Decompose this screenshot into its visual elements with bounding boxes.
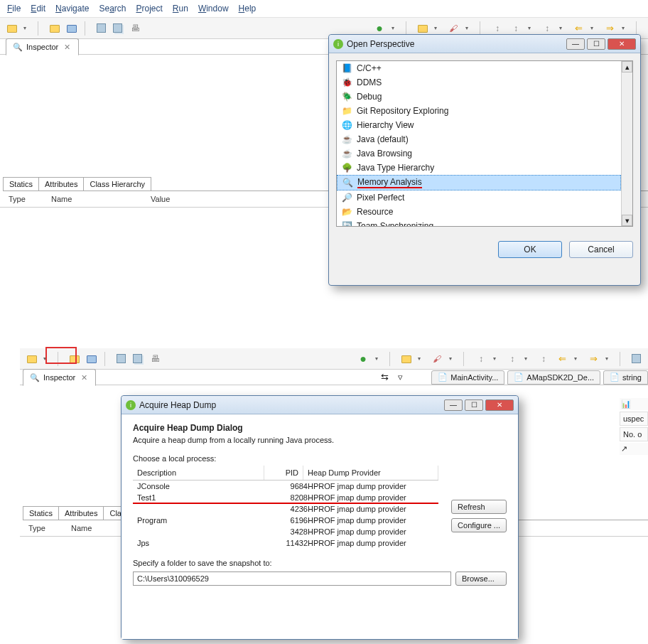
cell-description	[137, 527, 269, 536]
new-package-button[interactable]	[416, 21, 442, 36]
back-button[interactable]	[571, 21, 598, 36]
snapshot-path-input[interactable]: C:\Users\310096529	[133, 571, 451, 586]
nav-up-button[interactable]	[490, 21, 504, 36]
tab-statics-2[interactable]: Statics	[23, 506, 59, 520]
col-type[interactable]: Type	[3, 193, 45, 205]
process-row[interactable]: Jps11432HPROF jmap dump provider	[133, 537, 438, 549]
menu-run[interactable]: Run	[173, 4, 188, 14]
sync-icon[interactable]: ⇆	[379, 372, 390, 383]
right-item-uspec[interactable]: uspec	[620, 412, 648, 426]
perspective-item[interactable]: 🪲Debug	[337, 90, 632, 104]
process-row[interactable]: Test18208HPROF jmap dump provider	[133, 492, 438, 503]
print-button[interactable]	[128, 21, 142, 36]
process-row[interactable]: 3428HPROF jmap dump provider	[133, 526, 438, 537]
editor-tab-mainactivity[interactable]: 📄MainActivity...	[431, 370, 504, 385]
perspective-item[interactable]: 🔍Memory Analysis	[337, 175, 621, 190]
scrollbar[interactable]: ▴ ▾	[621, 61, 632, 226]
fwd-button-2[interactable]	[586, 352, 613, 366]
col-pid[interactable]: PID	[264, 466, 303, 480]
perspective-item[interactable]: 🔄Team Synchronizing	[337, 219, 632, 227]
perspective-item[interactable]: ☕Java (default)	[337, 132, 632, 146]
acquire-heap-dump-button-2[interactable]	[85, 353, 98, 365]
maximize-button[interactable]: ☐	[587, 38, 605, 50]
perspective-item[interactable]: 🌳Java Type Hierarchy	[337, 161, 632, 175]
acquire-heap-dump-button[interactable]	[65, 22, 78, 34]
paint-button[interactable]	[446, 21, 473, 36]
perspective-list[interactable]: ▴ ▾ 📘C/C++🐞DDMS🪲Debug📁Git Repository Exp…	[336, 60, 633, 227]
menu-window[interactable]: Window	[198, 4, 229, 14]
nav-a-button-2[interactable]	[474, 352, 501, 366]
right-item-noo[interactable]: No. o	[620, 427, 648, 441]
process-row[interactable]: 4236HPROF jmap dump provider	[133, 503, 438, 515]
saveall-button-2[interactable]	[131, 353, 144, 365]
editor-tab-string[interactable]: 📄string	[603, 370, 648, 385]
browse-button[interactable]: Browse...	[455, 571, 507, 586]
col-description[interactable]: Description	[133, 466, 264, 480]
menu-icon[interactable]: ▿	[394, 372, 406, 383]
menu-file[interactable]: FFileile	[7, 4, 21, 14]
process-row[interactable]: JConsole9684HPROF jmap dump provider	[133, 481, 438, 492]
configure-button[interactable]: Configure ...	[451, 518, 507, 532]
nav-b-button-2[interactable]	[505, 352, 532, 366]
editor-tab-amapsdk[interactable]: 📄AMapSDK2D_De...	[507, 370, 600, 385]
maximize-button[interactable]: ☐	[465, 399, 483, 411]
nav-down-button[interactable]	[509, 21, 536, 36]
perspective-item[interactable]: ☕Java Browsing	[337, 146, 632, 161]
eclipse-icon: i	[333, 39, 343, 49]
inspector-tab[interactable]: Inspector	[6, 38, 79, 55]
back-button-2[interactable]	[555, 352, 582, 366]
scroll-up-icon[interactable]: ▴	[622, 61, 632, 73]
refresh-button[interactable]: Refresh	[451, 500, 507, 514]
tab-attributes-2[interactable]: Attributes	[58, 506, 104, 520]
perspective-item-label: Team Synchronizing	[357, 221, 433, 227]
minimize-button[interactable]: —	[566, 38, 585, 50]
menu-edit[interactable]: Edit	[31, 4, 45, 14]
perspective-item[interactable]: 🐞DDMS	[337, 75, 632, 90]
save-button-2[interactable]	[115, 353, 127, 365]
close-tab-icon[interactable]	[61, 41, 72, 53]
persp-button-2[interactable]	[630, 353, 642, 365]
perspective-item[interactable]: 🌐Hierarchy View	[337, 118, 632, 132]
col-name[interactable]: Name	[45, 193, 145, 205]
perspective-item[interactable]: 🔎Pixel Perfect	[337, 190, 632, 205]
minimize-button[interactable]: —	[444, 399, 463, 411]
perspective-icon: 🌐	[341, 119, 352, 131]
dialog-titlebar[interactable]: i Open Perspective — ☐ ✕	[329, 35, 640, 53]
heap-dialog-titlebar[interactable]: i Acquire Heap Dump — ☐ ✕	[122, 396, 518, 414]
print-button-2[interactable]	[148, 352, 162, 366]
dialog-title: Open Perspective	[347, 39, 414, 49]
col-type-2[interactable]: Type	[23, 522, 65, 534]
col-provider[interactable]: Heap Dump Provider	[303, 466, 438, 480]
close-button[interactable]: ✕	[608, 38, 636, 50]
menu-help[interactable]: Help	[239, 4, 256, 14]
menu-project[interactable]: Project	[136, 4, 162, 14]
new-package-button-2[interactable]	[400, 352, 426, 366]
close-button[interactable]: ✕	[485, 399, 514, 411]
cancel-button[interactable]: Cancel	[569, 241, 633, 258]
save-button[interactable]	[95, 22, 107, 34]
tab-class-hierarchy[interactable]: Class Hierarchy	[83, 177, 151, 190]
close-tab-icon[interactable]	[78, 372, 90, 383]
new-button[interactable]	[6, 21, 31, 36]
cell-pid: 11432	[269, 539, 308, 547]
run-button[interactable]	[372, 21, 399, 36]
ok-button[interactable]: OK	[498, 241, 562, 258]
perspective-item[interactable]: 📂Resource	[337, 205, 632, 219]
process-table-body[interactable]: JConsole9684HPROF jmap dump providerTest…	[133, 481, 438, 549]
menu-navigate[interactable]: Navigate	[55, 4, 89, 14]
inspector-tab-2[interactable]: Inspector	[23, 369, 96, 386]
fwd-button[interactable]	[603, 21, 630, 36]
tab-statics[interactable]: Statics	[3, 177, 39, 190]
run-button-2[interactable]	[356, 352, 383, 366]
tab-attributes[interactable]: Attributes	[38, 177, 84, 190]
perspective-item[interactable]: 📘C/C++	[337, 61, 632, 75]
nav-c-button-2[interactable]	[536, 352, 551, 366]
saveall-button[interactable]	[112, 22, 124, 34]
menu-search[interactable]: Search	[99, 4, 126, 14]
process-row[interactable]: Program6196HPROF jmap dump provider	[133, 515, 438, 526]
nav-left2-button[interactable]	[540, 21, 567, 36]
scroll-down-icon[interactable]: ▾	[622, 215, 632, 226]
open-heap-dump-button[interactable]	[48, 22, 61, 34]
paint-button-2[interactable]	[430, 352, 457, 366]
perspective-item[interactable]: 📁Git Repository Exploring	[337, 104, 632, 118]
